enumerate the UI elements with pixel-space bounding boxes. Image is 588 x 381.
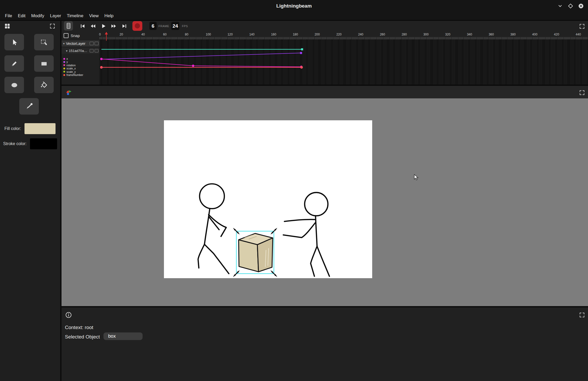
menu-view[interactable]: View bbox=[86, 12, 102, 20]
tool-panel-expand-button[interactable] bbox=[48, 22, 57, 30]
fill-color-label: Fill color: bbox=[4, 126, 21, 131]
property-row-x[interactable]: x bbox=[63, 57, 100, 60]
menu-modify[interactable]: Modify bbox=[28, 12, 47, 20]
fps-input[interactable]: 24 bbox=[171, 22, 179, 30]
skip-to-start-button[interactable] bbox=[78, 21, 87, 31]
layer-lock-toggle[interactable] bbox=[95, 42, 99, 45]
menu-file[interactable]: File bbox=[2, 12, 15, 20]
ruler-label: 0 bbox=[99, 33, 101, 36]
inspector-expand-button[interactable] bbox=[578, 311, 586, 319]
keyframe-dot[interactable] bbox=[192, 65, 194, 67]
ellipse-tool-button[interactable] bbox=[4, 77, 24, 93]
disclosure-triangle-icon[interactable]: ▾ bbox=[63, 42, 65, 45]
keyframe-color-dot bbox=[63, 58, 65, 60]
menu-layer[interactable]: Layer bbox=[47, 12, 64, 20]
play-button[interactable] bbox=[99, 21, 108, 31]
property-label: y bbox=[66, 61, 68, 63]
mouse-cursor bbox=[414, 174, 419, 181]
ruler-label: 140 bbox=[249, 33, 254, 36]
maximize-button[interactable] bbox=[568, 3, 573, 9]
skip-to-end-button[interactable] bbox=[120, 21, 129, 31]
fast-forward-icon bbox=[111, 23, 117, 29]
timeline-ruler[interactable]: 0204060801001201401601802002202402602803… bbox=[100, 32, 588, 39]
keyframe-track-area[interactable] bbox=[100, 39, 588, 85]
fast-forward-button[interactable] bbox=[109, 21, 118, 31]
playhead[interactable] bbox=[106, 32, 107, 41]
select-tool-button[interactable] bbox=[4, 34, 24, 50]
keyframe-color-dot bbox=[63, 64, 65, 66]
fill-color-swatch[interactable] bbox=[24, 123, 56, 134]
snap-option: Snap bbox=[64, 33, 80, 38]
timeline-expand-button[interactable] bbox=[578, 22, 586, 30]
layer-row-object[interactable]: ▾ 151ad70a… bbox=[62, 48, 100, 54]
property-row-rotation[interactable]: rotation bbox=[63, 64, 100, 67]
ruler-label: 360 bbox=[489, 33, 494, 36]
grid-icon bbox=[4, 23, 10, 29]
menu-edit[interactable]: Edit bbox=[15, 12, 28, 20]
stick-figure-right[interactable] bbox=[283, 193, 329, 276]
ruler-label: 380 bbox=[510, 33, 516, 36]
property-row-y[interactable]: y bbox=[63, 60, 100, 63]
sublayer-lock-toggle[interactable] bbox=[95, 49, 99, 52]
disclosure-triangle-icon[interactable]: ▾ bbox=[66, 49, 68, 53]
window-title: Lightningbeam bbox=[276, 3, 312, 9]
canvas-panel bbox=[62, 86, 588, 306]
ellipse-icon bbox=[10, 81, 18, 89]
pencil-tool-button[interactable] bbox=[4, 55, 24, 72]
ruler-label: 180 bbox=[293, 33, 298, 36]
property-row-scale_y[interactable]: scale_y bbox=[63, 70, 100, 73]
keyframe-dot[interactable] bbox=[300, 66, 303, 69]
ruler-label: 60 bbox=[163, 33, 167, 36]
sublayer-visibility-toggle[interactable] bbox=[90, 49, 94, 52]
scene-palette-button[interactable] bbox=[65, 89, 72, 96]
eyedropper-icon bbox=[25, 103, 33, 110]
property-label: scale_y bbox=[66, 70, 76, 73]
minimize-button[interactable] bbox=[557, 3, 563, 9]
menu-help[interactable]: Help bbox=[101, 12, 116, 20]
film-strip-button[interactable] bbox=[64, 21, 73, 31]
keyframe-dot[interactable] bbox=[100, 58, 103, 60]
skip-end-icon bbox=[121, 23, 127, 29]
stroke-color-swatch[interactable] bbox=[30, 138, 57, 149]
ruler-label: 100 bbox=[206, 33, 211, 36]
frame-number-input[interactable]: 6 bbox=[149, 22, 157, 30]
box-object[interactable] bbox=[238, 234, 273, 272]
cursor-arrow-icon bbox=[10, 38, 18, 46]
curve-editor[interactable] bbox=[100, 39, 588, 85]
selected-object-input[interactable]: box bbox=[103, 332, 143, 340]
record-button[interactable] bbox=[132, 21, 142, 31]
paint-bucket-icon bbox=[40, 81, 48, 89]
menu-timeline[interactable]: Timeline bbox=[64, 12, 86, 20]
window-controls bbox=[557, 0, 584, 12]
layer-row-vectorlayer[interactable]: ▾ VectorLayer bbox=[62, 40, 100, 46]
stage[interactable] bbox=[164, 120, 372, 278]
property-label: scale_x bbox=[66, 67, 76, 70]
eyedropper-tool-button[interactable] bbox=[19, 98, 39, 115]
transform-tool-button[interactable] bbox=[34, 34, 54, 50]
tool-grid-button[interactable] bbox=[3, 22, 11, 30]
rewind-button[interactable] bbox=[88, 21, 98, 31]
property-row-frameNumber[interactable]: frameNumber bbox=[63, 73, 100, 76]
play-icon bbox=[101, 23, 106, 29]
property-list: xyrotationscale_xscale_yframeNumber bbox=[63, 57, 100, 76]
snap-checkbox[interactable] bbox=[64, 33, 69, 38]
layer-visibility-toggle[interactable] bbox=[90, 42, 94, 45]
keyframe-square[interactable] bbox=[301, 48, 303, 50]
x-curve bbox=[101, 59, 301, 67]
skip-start-icon bbox=[80, 23, 85, 29]
property-row-scale_x[interactable]: scale_x bbox=[63, 67, 100, 70]
paint-bucket-tool-button[interactable] bbox=[34, 77, 54, 93]
rectangle-tool-button[interactable] bbox=[34, 55, 54, 72]
stick-figure-left[interactable] bbox=[198, 184, 229, 273]
property-label: x bbox=[66, 57, 68, 60]
close-button[interactable] bbox=[578, 3, 584, 9]
ruler-label: 340 bbox=[467, 33, 472, 36]
transform-icon bbox=[40, 38, 48, 46]
canvas-expand-button[interactable] bbox=[578, 89, 586, 97]
keyframe-square[interactable] bbox=[300, 52, 302, 54]
info-button[interactable] bbox=[65, 311, 72, 319]
keyframe-dot[interactable] bbox=[100, 66, 103, 69]
property-label: rotation bbox=[66, 64, 76, 67]
keyframe-color-dot bbox=[63, 61, 65, 63]
ruler-label: 240 bbox=[358, 33, 363, 36]
